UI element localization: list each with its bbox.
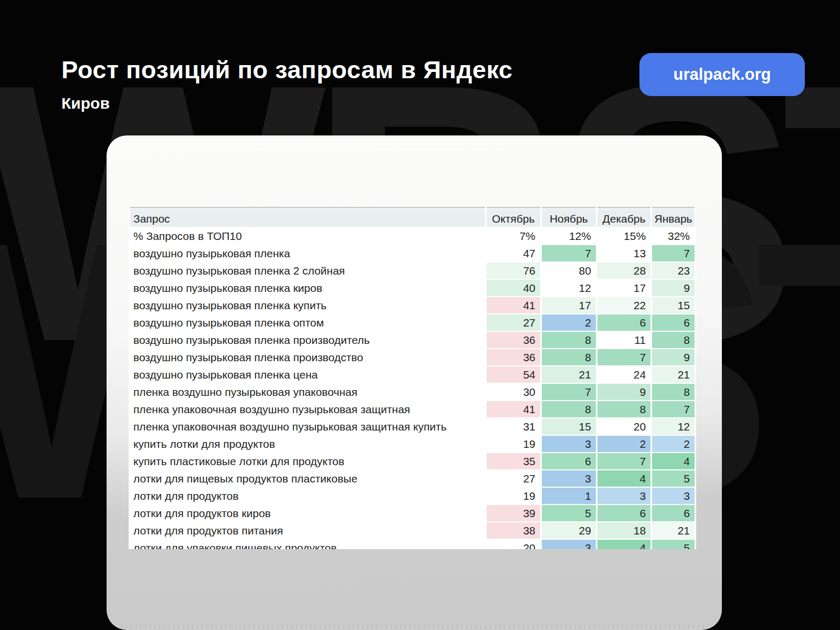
table-row: лотки для продуктов19133	[130, 488, 695, 504]
table-row: лотки для продуктов питания38291821	[130, 522, 695, 539]
value-cell: 47	[487, 245, 540, 261]
table-row: % Запросов в ТОП107%12%15%32%	[130, 228, 695, 244]
value-cell: 27	[487, 470, 540, 487]
table-row: воздушно пузырьковая пленка 2 слойная768…	[130, 262, 695, 279]
value-cell: 30	[487, 384, 540, 400]
query-cell: лотки для продуктов киров	[130, 505, 485, 521]
query-cell: пленка воздушно пузырьковая упаковочная	[130, 384, 485, 400]
query-cell: воздушно пузырьковая пленка производство	[130, 349, 485, 365]
value-cell: 1	[542, 488, 596, 504]
query-cell: воздушно пузырьковая пленка киров	[130, 280, 485, 296]
value-cell: 3	[542, 540, 596, 549]
value-cell: 9	[652, 280, 695, 296]
value-cell: 8	[597, 401, 650, 417]
value-cell: 5	[652, 470, 695, 487]
value-cell: 6	[597, 505, 650, 521]
value-cell: 8	[542, 401, 596, 417]
table-row: купить пластиковые лотки для продуктов35…	[130, 453, 695, 469]
table-row: купить лотки для продуктов19322	[130, 436, 695, 452]
value-cell: 54	[487, 366, 540, 383]
query-cell: воздушно пузырьковая пленка производител…	[130, 332, 485, 348]
query-cell: лотки для упаковки пищевых продуктов	[130, 540, 485, 549]
value-cell: 24	[597, 366, 650, 383]
value-cell: 3	[542, 470, 596, 487]
value-cell: 18	[597, 522, 650, 539]
value-cell: 12%	[542, 228, 596, 244]
screenshot-card: Запрос Октябрь Ноябрь Декабрь Январь % З…	[107, 135, 722, 630]
column-header-october: Октябрь	[487, 208, 540, 227]
value-cell: 20	[597, 418, 650, 435]
value-cell: 36	[487, 332, 540, 348]
slide: WBSTR WBSTR Рост позиций по запросам в Я…	[0, 0, 840, 630]
value-cell: 13	[597, 245, 650, 261]
value-cell: 38	[487, 522, 540, 539]
value-cell: 76	[487, 262, 540, 279]
value-cell: 15	[652, 297, 695, 313]
column-header-january: Январь	[652, 208, 695, 227]
query-cell: воздушно пузырьковая пленка 2 слойная	[130, 262, 485, 279]
query-cell: купить пластиковые лотки для продуктов	[130, 453, 485, 469]
value-cell: 11	[597, 332, 650, 348]
query-cell: воздушно пузырьковая пленка	[130, 245, 485, 261]
value-cell: 6	[652, 314, 695, 331]
value-cell: 36	[487, 349, 540, 365]
value-cell: 6	[542, 453, 596, 469]
table-row: воздушно пузырьковая пленка оптом27266	[130, 314, 695, 331]
value-cell: 31	[487, 418, 540, 435]
value-cell: 28	[597, 262, 650, 279]
table-body: % Запросов в ТОП107%12%15%32%воздушно пу…	[130, 228, 695, 549]
query-cell: воздушно пузырьковая пленка цена	[130, 366, 485, 383]
positions-table: Запрос Октябрь Ноябрь Декабрь Январь % З…	[129, 207, 696, 549]
query-cell: лотки для продуктов	[130, 488, 485, 504]
positions-table-container: Запрос Октябрь Ноябрь Декабрь Январь % З…	[129, 207, 696, 549]
value-cell: 32%	[652, 228, 695, 244]
value-cell: 7	[597, 453, 650, 469]
table-row: лотки для продуктов киров39566	[130, 505, 695, 521]
value-cell: 7%	[487, 228, 540, 244]
value-cell: 12	[542, 280, 596, 296]
table-row: пленка упаковочная воздушно пузырьковая …	[130, 418, 695, 435]
table-row: воздушно пузырьковая пленка цена54212421	[130, 366, 695, 383]
value-cell: 9	[597, 384, 650, 400]
query-cell: купить лотки для продуктов	[130, 436, 485, 452]
query-cell: % Запросов в ТОП10	[130, 228, 485, 244]
query-cell: лотки для пищевых продуктов пластиковые	[130, 470, 485, 487]
query-cell: лотки для продуктов питания	[130, 522, 485, 539]
value-cell: 7	[652, 245, 695, 261]
value-cell: 2	[652, 436, 695, 452]
value-cell: 15	[542, 418, 596, 435]
value-cell: 5	[542, 505, 596, 521]
table-row: воздушно пузырьковая пленка производство…	[130, 349, 695, 365]
value-cell: 21	[542, 366, 596, 383]
table-row: пленка воздушно пузырьковая упаковочная3…	[130, 384, 695, 400]
value-cell: 6	[597, 314, 650, 331]
value-cell: 7	[542, 384, 596, 400]
value-cell: 2	[597, 436, 650, 452]
value-cell: 80	[542, 262, 596, 279]
value-cell: 21	[652, 366, 695, 383]
table-row: воздушно пузырьковая пленка киров4012179	[130, 280, 695, 296]
query-cell: воздушно пузырьковая пленка оптом	[130, 314, 485, 331]
value-cell: 23	[652, 262, 695, 279]
value-cell: 35	[487, 453, 540, 469]
query-cell: воздушно пузырьковая пленка купить	[130, 297, 485, 313]
table-row: воздушно пузырьковая пленка477137	[130, 245, 695, 261]
blurred-text-strip	[121, 625, 707, 628]
value-cell: 6	[652, 505, 695, 521]
value-cell: 19	[487, 436, 540, 452]
value-cell: 3	[652, 488, 695, 504]
value-cell: 3	[542, 436, 596, 452]
value-cell: 21	[652, 522, 695, 539]
value-cell: 40	[487, 280, 540, 296]
value-cell: 20	[487, 540, 540, 549]
value-cell: 8	[542, 349, 596, 365]
value-cell: 29	[542, 522, 596, 539]
query-cell: пленка упаковочная воздушно пузырьковая …	[130, 401, 485, 417]
value-cell: 4	[652, 453, 695, 469]
value-cell: 8	[542, 332, 596, 348]
column-header-query: Запрос	[130, 208, 485, 227]
value-cell: 5	[652, 540, 695, 549]
site-badge[interactable]: uralpack.org	[639, 53, 805, 96]
table-row: пленка упаковочная воздушно пузырьковая …	[130, 401, 695, 417]
value-cell: 41	[487, 297, 540, 313]
